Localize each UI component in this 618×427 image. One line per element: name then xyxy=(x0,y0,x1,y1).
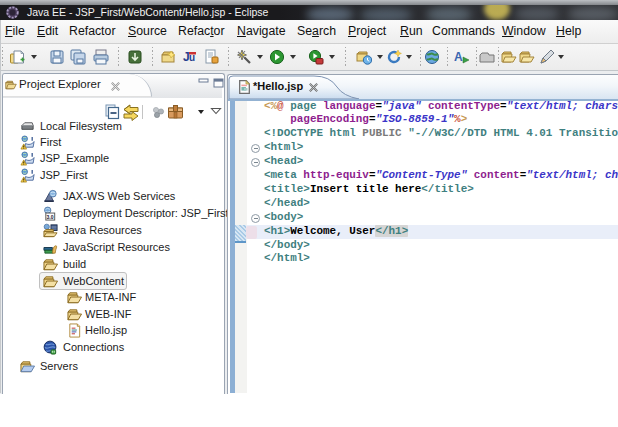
svg-text:3.0: 3.0 xyxy=(47,214,54,220)
svg-text:A: A xyxy=(454,50,463,64)
